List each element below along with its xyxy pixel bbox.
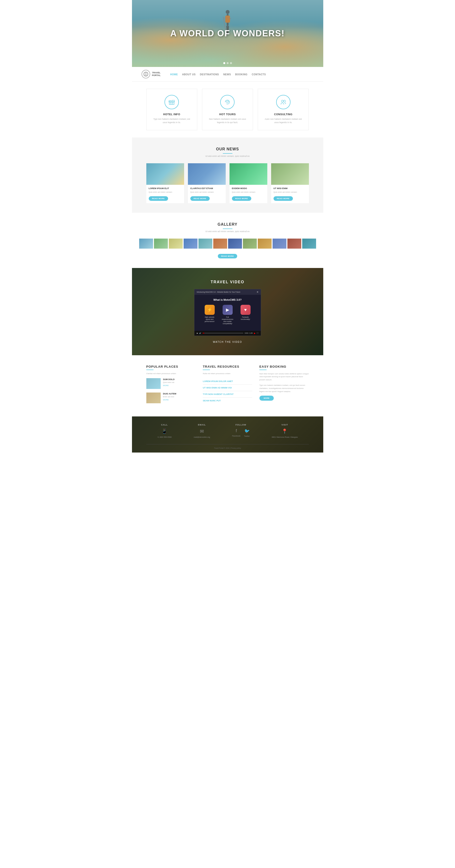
footer-visit-label: VISIT <box>272 424 298 426</box>
news-section: OUR NEWS Ut wisi enim ad minim veniam, q… <box>132 137 323 213</box>
news-read-more-2[interactable]: READ MORE <box>190 196 210 201</box>
hotel-icon <box>164 95 179 109</box>
video-close-icon[interactable]: ✕ <box>256 291 259 293</box>
consulting-icon <box>276 95 291 109</box>
hero-section: A WORLD OF WONDERS! <box>132 0 323 67</box>
easy-booking-more-button[interactable]: MORE <box>260 396 274 401</box>
video-progress-bar-container[interactable] <box>203 333 244 334</box>
video-feature-speed: ⚡ High website speed and performance! <box>203 305 217 324</box>
gallery-thumb-1[interactable] <box>139 239 153 249</box>
nav-item-home[interactable]: HOME <box>170 72 178 76</box>
nav-logo-icon <box>142 70 150 79</box>
video-progress-bar <box>203 333 205 334</box>
resource-item-4[interactable]: SEAM NUNC PUT <box>203 398 252 404</box>
video-content: What is MotoCMS 3.0? ⚡ High website spee… <box>194 295 261 331</box>
facebook-link[interactable]: f Facebook <box>232 428 241 437</box>
video-features: ⚡ High website speed and performance! ▶ … <box>197 305 259 324</box>
easy-booking-text2: Typi non habent claritatem insitam; est … <box>260 384 309 393</box>
news-card-title-1: LOREM IPSUM ELIT <box>149 187 182 190</box>
video-youtube-icon: ▶ <box>254 332 255 335</box>
twitter-label: Twitter <box>244 435 250 437</box>
nav-links: HOME ABOUT US DESTINATIONS NEWS BOOKING … <box>170 72 266 76</box>
gallery-strip <box>146 239 309 249</box>
gallery-thumb-4[interactable] <box>184 239 198 249</box>
news-card-1: LOREM IPSUM ELIT Quis enim ad minim veni… <box>146 163 184 203</box>
gallery-thumb-8[interactable] <box>243 239 257 249</box>
news-divider <box>223 153 233 154</box>
video-play-control[interactable]: ▶ <box>197 332 198 334</box>
popular-places-title: POPULAR PLACES <box>146 365 196 368</box>
easy-booking-text1: Nam liber tempor cum soluta nobis eleife… <box>260 372 309 381</box>
video-mute-control[interactable]: 🔊 <box>199 332 201 334</box>
place-desc-1: Quis enim ad <box>163 381 175 383</box>
video-player: Introducing MotoCMS 3.0 - Website Builde… <box>194 289 261 336</box>
place-more-2[interactable]: more <box>163 399 177 401</box>
gallery-thumb-12[interactable] <box>302 239 316 249</box>
gallery-read-more-button[interactable]: READ MORE <box>218 254 237 258</box>
news-read-more-1[interactable]: READ MORE <box>149 196 168 201</box>
gallery-thumb-5[interactable] <box>199 239 212 249</box>
place-thumb-2[interactable] <box>146 393 161 403</box>
video-fullscreen-icon[interactable]: ⛶ <box>257 332 259 334</box>
navbar: TRAVEL PORTAL HOME ABOUT US DESTINATIONS… <box>132 67 323 82</box>
news-read-more-3[interactable]: READ MORE <box>232 196 251 201</box>
twitter-link[interactable]: 🐦 Twitter <box>244 428 250 437</box>
svg-point-18 <box>283 100 285 102</box>
gallery-section: GALLERY Ut wisi enim ad minim veniam, qu… <box>132 213 323 268</box>
footer-call-col: CALL 📱 +1 800 559 6580 <box>157 424 172 438</box>
gallery-center: READ MORE <box>146 253 309 258</box>
hero-dot-1[interactable] <box>223 62 225 64</box>
gallery-divider <box>223 228 233 229</box>
nav-item-news[interactable]: NEWS <box>223 72 231 76</box>
footer-visit-col: VISIT 📍 8901 Marmora Road, Glasgow <box>272 424 298 438</box>
feature-card-consulting: CONSULTING Aven non habent claritatem in… <box>258 89 309 130</box>
resource-item-3[interactable]: TYPI NON HABENT CLARITAT <box>203 391 252 398</box>
gallery-thumb-6[interactable] <box>213 239 227 249</box>
play-icon[interactable]: ▶ <box>222 305 233 315</box>
news-card-desc-4: Quis enim ad minim veniam <box>274 191 306 193</box>
hero-dot-3[interactable] <box>230 62 232 64</box>
gallery-thumb-2[interactable] <box>154 239 168 249</box>
place-thumb-1[interactable] <box>146 378 161 389</box>
nav-item-booking[interactable]: BOOKING <box>235 72 247 76</box>
phone-icon: 📱 <box>157 428 172 434</box>
facebook-label: Facebook <box>232 435 241 437</box>
place-more-1[interactable]: more <box>163 384 175 386</box>
popular-places-col: POPULAR PLACES Claritas est etiam proces… <box>146 365 196 407</box>
heart-icon: ♥ <box>241 305 250 315</box>
footer-call-label: CALL <box>157 424 172 426</box>
svg-point-17 <box>281 100 283 102</box>
svg-rect-14 <box>171 103 173 104</box>
video-feature-text-mobile: Full responsiveness and mobile compatibi… <box>220 316 235 324</box>
travel-resources-subtitle: Nulla est eliam processus untam <box>203 372 252 375</box>
feature-title-consulting: CONSULTING <box>263 113 304 116</box>
nav-logo[interactable]: TRAVEL PORTAL <box>142 70 161 79</box>
news-read-more-4[interactable]: READ MORE <box>274 196 293 201</box>
video-section-title: TRAVEL VIDEO <box>146 280 309 284</box>
nav-item-about[interactable]: ABOUT US <box>182 72 195 76</box>
news-image-3 <box>230 163 267 185</box>
footer-call-number[interactable]: +1 800 559 6580 <box>157 436 172 438</box>
feature-card-tours: HOT TOURS Non habent claritatem insitam … <box>202 89 253 130</box>
hero-title: A WORLD OF WONDERS! <box>170 28 285 38</box>
news-card-desc-1: Quis enim ad minim veniam <box>149 191 182 193</box>
travel-resources-title: TRAVEL RESOURCES <box>203 365 252 368</box>
gallery-thumb-10[interactable] <box>273 239 286 249</box>
watch-text: WATCH THE VIDEO <box>146 341 309 343</box>
place-name-2: DUIS AUTEM <box>163 393 177 395</box>
footer-email-address[interactable]: mail@demolink.org <box>194 436 210 438</box>
place-info-1: SUM DOLO Quis enim ad more <box>163 378 175 386</box>
resource-item-2[interactable]: UT WISI ENIM AD MINIM VOI <box>203 384 252 391</box>
hero-dot-2[interactable] <box>227 62 229 64</box>
gallery-thumb-11[interactable] <box>287 239 301 249</box>
facebook-icon: f <box>236 428 237 433</box>
gallery-thumb-9[interactable] <box>258 239 272 249</box>
gallery-thumb-7[interactable] <box>228 239 242 249</box>
video-feature-text-speed: High website speed and performance! <box>203 316 217 322</box>
nav-item-destinations[interactable]: DESTINATIONS <box>200 72 219 76</box>
gallery-thumb-3[interactable] <box>169 239 183 249</box>
footer-follow-col: FOLLOW f Facebook 🐦 Twitter <box>232 424 250 438</box>
video-feature-play[interactable]: ▶ Full responsiveness and mobile compati… <box>220 305 235 324</box>
resource-item-1[interactable]: LOREM IPSUM DOLOR AMET <box>203 378 252 384</box>
nav-item-contacts[interactable]: CONTACTS <box>252 72 266 76</box>
